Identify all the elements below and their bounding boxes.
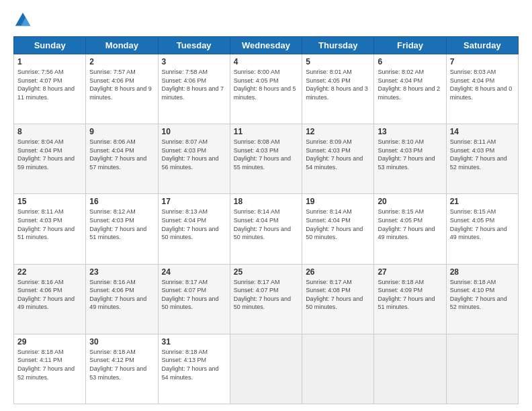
calendar-cell: 22Sunrise: 8:16 AMSunset: 4:06 PMDayligh… xyxy=(14,264,86,334)
calendar-cell: 14Sunrise: 8:11 AMSunset: 4:03 PMDayligh… xyxy=(446,124,518,194)
day-number: 30 xyxy=(89,337,154,347)
calendar-week-2: 8Sunrise: 8:04 AMSunset: 4:04 PMDaylight… xyxy=(14,124,519,194)
day-info: Sunrise: 8:18 AMSunset: 4:09 PMDaylight:… xyxy=(378,278,442,312)
day-number: 12 xyxy=(306,127,370,136)
logo xyxy=(13,11,35,30)
day-number: 24 xyxy=(162,267,226,277)
day-info: Sunrise: 8:11 AMSunset: 4:03 PMDaylight:… xyxy=(450,138,515,171)
weekday-header-thursday: Thursday xyxy=(302,37,374,54)
calendar-cell: 6Sunrise: 8:02 AMSunset: 4:04 PMDaylight… xyxy=(374,54,446,124)
calendar-cell: 26Sunrise: 8:17 AMSunset: 4:08 PMDayligh… xyxy=(302,264,374,334)
calendar-week-1: 1Sunrise: 7:56 AMSunset: 4:07 PMDaylight… xyxy=(14,54,519,124)
calendar-cell: 5Sunrise: 8:01 AMSunset: 4:05 PMDaylight… xyxy=(302,54,374,124)
day-number: 18 xyxy=(234,197,298,206)
page: SundayMondayTuesdayWednesdayThursdayFrid… xyxy=(0,0,532,411)
calendar-table: SundayMondayTuesdayWednesdayThursdayFrid… xyxy=(13,36,519,404)
day-info: Sunrise: 8:14 AMSunset: 4:04 PMDaylight:… xyxy=(234,208,298,241)
day-info: Sunrise: 8:17 AMSunset: 4:07 PMDaylight:… xyxy=(234,278,298,312)
day-number: 22 xyxy=(17,267,82,277)
day-info: Sunrise: 8:07 AMSunset: 4:03 PMDaylight:… xyxy=(162,138,226,171)
day-number: 11 xyxy=(234,127,298,136)
day-info: Sunrise: 8:00 AMSunset: 4:05 PMDaylight:… xyxy=(234,68,298,101)
calendar-cell xyxy=(302,334,374,404)
day-info: Sunrise: 8:16 AMSunset: 4:06 PMDaylight:… xyxy=(17,278,82,312)
day-number: 4 xyxy=(234,57,298,66)
logo-icon xyxy=(13,11,32,30)
calendar-cell: 12Sunrise: 8:09 AMSunset: 4:03 PMDayligh… xyxy=(302,124,374,194)
day-number: 1 xyxy=(17,57,82,66)
weekday-header-sunday: Sunday xyxy=(14,37,86,54)
weekday-header-wednesday: Wednesday xyxy=(230,37,302,54)
calendar-week-4: 22Sunrise: 8:16 AMSunset: 4:06 PMDayligh… xyxy=(14,264,519,334)
day-info: Sunrise: 8:01 AMSunset: 4:05 PMDaylight:… xyxy=(306,68,370,101)
day-info: Sunrise: 8:04 AMSunset: 4:04 PMDaylight:… xyxy=(17,138,82,171)
day-number: 26 xyxy=(306,267,370,277)
day-info: Sunrise: 8:09 AMSunset: 4:03 PMDaylight:… xyxy=(306,138,370,171)
day-info: Sunrise: 8:18 AMSunset: 4:11 PMDaylight:… xyxy=(17,348,82,381)
day-info: Sunrise: 8:10 AMSunset: 4:03 PMDaylight:… xyxy=(378,138,442,171)
calendar-cell: 27Sunrise: 8:18 AMSunset: 4:09 PMDayligh… xyxy=(374,264,446,334)
calendar-cell xyxy=(230,334,302,404)
day-number: 2 xyxy=(89,57,154,66)
day-info: Sunrise: 8:15 AMSunset: 4:05 PMDaylight:… xyxy=(450,208,515,241)
calendar-cell: 29Sunrise: 8:18 AMSunset: 4:11 PMDayligh… xyxy=(14,334,86,404)
calendar-cell: 30Sunrise: 8:18 AMSunset: 4:12 PMDayligh… xyxy=(86,334,158,404)
day-info: Sunrise: 8:16 AMSunset: 4:06 PMDaylight:… xyxy=(89,278,154,312)
calendar-week-5: 29Sunrise: 8:18 AMSunset: 4:11 PMDayligh… xyxy=(14,334,519,404)
day-info: Sunrise: 8:15 AMSunset: 4:05 PMDaylight:… xyxy=(378,208,442,241)
day-info: Sunrise: 7:58 AMSunset: 4:06 PMDaylight:… xyxy=(162,68,226,101)
day-info: Sunrise: 8:14 AMSunset: 4:04 PMDaylight:… xyxy=(306,208,370,241)
day-number: 9 xyxy=(89,127,154,136)
day-number: 13 xyxy=(378,127,442,136)
calendar-cell: 25Sunrise: 8:17 AMSunset: 4:07 PMDayligh… xyxy=(230,264,302,334)
day-number: 25 xyxy=(234,267,298,277)
weekday-header-friday: Friday xyxy=(374,37,446,54)
day-number: 31 xyxy=(162,337,226,347)
calendar-cell: 19Sunrise: 8:14 AMSunset: 4:04 PMDayligh… xyxy=(302,194,374,264)
day-info: Sunrise: 7:56 AMSunset: 4:07 PMDaylight:… xyxy=(17,68,82,101)
calendar-cell: 21Sunrise: 8:15 AMSunset: 4:05 PMDayligh… xyxy=(446,194,518,264)
day-number: 14 xyxy=(450,127,515,136)
calendar-cell: 4Sunrise: 8:00 AMSunset: 4:05 PMDaylight… xyxy=(230,54,302,124)
day-number: 28 xyxy=(450,267,515,277)
day-info: Sunrise: 8:11 AMSunset: 4:03 PMDaylight:… xyxy=(17,208,82,241)
day-number: 7 xyxy=(450,57,515,66)
day-number: 16 xyxy=(89,197,154,206)
day-number: 17 xyxy=(162,197,226,206)
calendar-cell: 11Sunrise: 8:08 AMSunset: 4:03 PMDayligh… xyxy=(230,124,302,194)
calendar-cell: 28Sunrise: 8:18 AMSunset: 4:10 PMDayligh… xyxy=(446,264,518,334)
day-number: 27 xyxy=(378,267,442,277)
day-number: 21 xyxy=(450,197,515,206)
day-number: 15 xyxy=(17,197,82,206)
day-info: Sunrise: 8:03 AMSunset: 4:04 PMDaylight:… xyxy=(450,68,515,101)
day-info: Sunrise: 8:18 AMSunset: 4:13 PMDaylight:… xyxy=(162,348,226,381)
day-info: Sunrise: 8:12 AMSunset: 4:03 PMDaylight:… xyxy=(89,208,154,241)
day-number: 29 xyxy=(17,337,82,347)
day-info: Sunrise: 8:06 AMSunset: 4:04 PMDaylight:… xyxy=(89,138,154,171)
day-number: 3 xyxy=(162,57,226,66)
day-number: 8 xyxy=(17,127,82,136)
day-number: 19 xyxy=(306,197,370,206)
day-info: Sunrise: 8:17 AMSunset: 4:08 PMDaylight:… xyxy=(306,278,370,312)
calendar-cell: 7Sunrise: 8:03 AMSunset: 4:04 PMDaylight… xyxy=(446,54,518,124)
day-number: 6 xyxy=(378,57,442,66)
calendar-cell: 13Sunrise: 8:10 AMSunset: 4:03 PMDayligh… xyxy=(374,124,446,194)
day-info: Sunrise: 8:13 AMSunset: 4:04 PMDaylight:… xyxy=(162,208,226,241)
calendar-cell: 1Sunrise: 7:56 AMSunset: 4:07 PMDaylight… xyxy=(14,54,86,124)
calendar-cell: 17Sunrise: 8:13 AMSunset: 4:04 PMDayligh… xyxy=(158,194,230,264)
calendar-cell: 18Sunrise: 8:14 AMSunset: 4:04 PMDayligh… xyxy=(230,194,302,264)
calendar-cell xyxy=(446,334,518,404)
header xyxy=(13,11,519,30)
day-info: Sunrise: 8:18 AMSunset: 4:12 PMDaylight:… xyxy=(89,348,154,381)
day-info: Sunrise: 8:17 AMSunset: 4:07 PMDaylight:… xyxy=(162,278,226,312)
weekday-header-saturday: Saturday xyxy=(446,37,518,54)
calendar-cell: 16Sunrise: 8:12 AMSunset: 4:03 PMDayligh… xyxy=(86,194,158,264)
calendar-week-3: 15Sunrise: 8:11 AMSunset: 4:03 PMDayligh… xyxy=(14,194,519,264)
calendar-cell: 3Sunrise: 7:58 AMSunset: 4:06 PMDaylight… xyxy=(158,54,230,124)
calendar-cell: 23Sunrise: 8:16 AMSunset: 4:06 PMDayligh… xyxy=(86,264,158,334)
weekday-header-monday: Monday xyxy=(86,37,158,54)
day-info: Sunrise: 8:08 AMSunset: 4:03 PMDaylight:… xyxy=(234,138,298,171)
calendar-cell: 31Sunrise: 8:18 AMSunset: 4:13 PMDayligh… xyxy=(158,334,230,404)
day-info: Sunrise: 8:02 AMSunset: 4:04 PMDaylight:… xyxy=(378,68,442,101)
calendar-cell: 8Sunrise: 8:04 AMSunset: 4:04 PMDaylight… xyxy=(14,124,86,194)
